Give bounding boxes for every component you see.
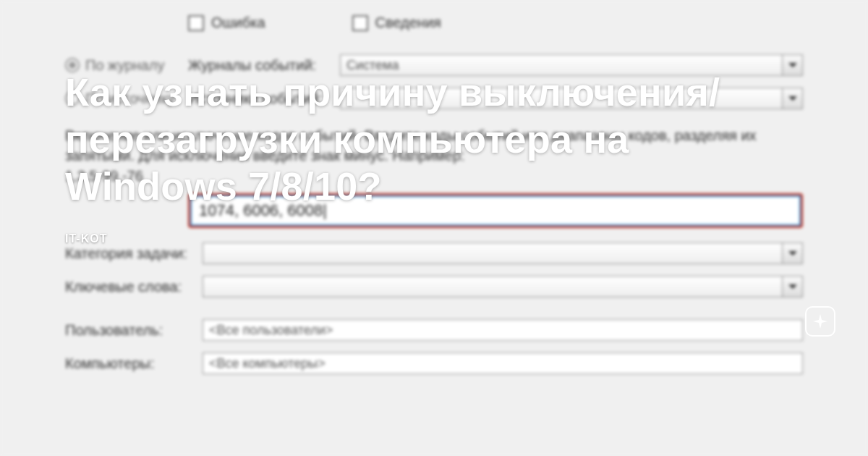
- label-keywords: Ключевые слова:: [65, 279, 203, 295]
- input-value: <Все пользователи>: [209, 323, 333, 338]
- combo-value: Система: [346, 58, 399, 73]
- radio-label: По журналу: [85, 57, 164, 74]
- checkbox-label: Сведения: [375, 14, 441, 31]
- input-value: <Все компьютеры>: [209, 356, 326, 371]
- radio-by-source[interactable]: По источнику: [65, 90, 188, 107]
- label-computers: Компьютеры:: [65, 355, 203, 372]
- radio-by-log[interactable]: По журналу: [65, 57, 188, 74]
- checkbox-info[interactable]: Сведения: [352, 14, 441, 31]
- label-event-sources: Источники событий:: [188, 90, 340, 107]
- event-codes-input[interactable]: 1074, 6006, 6008|: [190, 195, 801, 226]
- label-event-logs: Журналы событий:: [188, 57, 340, 74]
- checkbox-box: [352, 15, 368, 31]
- label-task-category: Категория задачи:: [65, 245, 203, 262]
- event-codes-row: 1074, 6006, 6008|: [65, 193, 803, 228]
- help-line-2: 1,3,5-99,-76: [65, 168, 143, 184]
- chevron-down-icon: [782, 243, 802, 263]
- combo-task-category[interactable]: [203, 242, 803, 264]
- checkbox-label: Ошибка: [211, 14, 265, 31]
- combo-event-logs[interactable]: Система: [340, 54, 803, 76]
- checkbox-box: [188, 15, 204, 31]
- checkbox-error[interactable]: Ошибка: [188, 14, 265, 31]
- chevron-down-icon: [782, 55, 802, 75]
- combo-event-sources[interactable]: [340, 88, 803, 109]
- level-checkboxes: Ошибка Сведения: [65, 14, 803, 31]
- event-codes-value: 1074, 6006, 6008: [199, 201, 323, 219]
- sparkle-icon: [805, 306, 835, 337]
- chevron-down-icon: [782, 276, 802, 297]
- radio-label: По источнику: [85, 90, 174, 107]
- radio-circle: [65, 91, 80, 106]
- input-user[interactable]: <Все пользователи>: [203, 319, 803, 341]
- event-filter-dialog: Ошибка Сведения По журналу Журналы событ…: [0, 0, 868, 456]
- help-text: Включение или исключение кодов событий. …: [65, 125, 803, 186]
- radio-circle: [65, 58, 80, 72]
- label-user: Пользователь:: [65, 322, 203, 339]
- chevron-down-icon: [782, 88, 802, 109]
- combo-keywords[interactable]: [203, 276, 803, 297]
- input-computers[interactable]: <Все компьютеры>: [203, 352, 803, 374]
- event-codes-highlight: 1074, 6006, 6008|: [188, 193, 803, 228]
- help-line-1: Включение или исключение кодов событий. …: [65, 127, 757, 164]
